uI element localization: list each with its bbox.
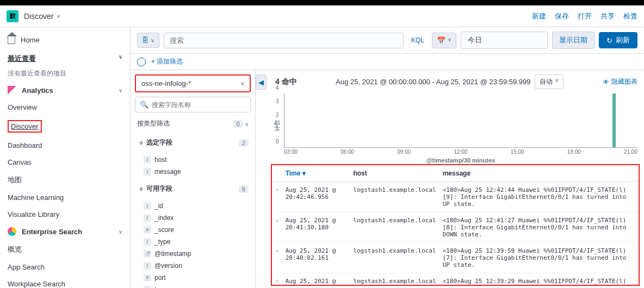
chevron-down-icon: ∨ [139,186,143,192]
cell-message: <180>Aug 25 12:39:29 Huawei %%01IFPDT/4/… [439,273,639,286]
index-pattern-select[interactable]: oss-ne-infolog-* ∨ [135,74,251,92]
app-logo[interactable]: 默 [7,10,18,22]
inspect-link[interactable]: 检查 [623,11,637,21]
add-filter-button[interactable]: + 添加筛选 [151,57,183,66]
collapse-sidebar-button[interactable]: ◀ [256,74,267,90]
field-type-icon: t [144,168,151,176]
selected-fields-header[interactable]: ∨选定字段 2 [135,132,251,154]
analytics-title: Analytics [22,86,53,95]
field-item[interactable]: tmessage [135,166,251,178]
expand-row-button[interactable]: › [272,212,282,243]
date-quick-select[interactable]: 📅 ∨ [432,33,456,48]
sidebar-item-maps[interactable]: 地图 [0,171,130,189]
chevron-down-icon: ∨ [555,77,559,86]
breadcrumb[interactable]: Discover ∨ [24,12,60,21]
sidebar-item-discover[interactable]: Discover [0,116,130,137]
cell-host: logstash1.example.local [350,212,439,243]
field-search-input[interactable] [152,101,246,109]
chart-x-label: @timestamp/30 minutes [284,156,637,165]
enterprise-title: Enterprise Search [22,228,82,236]
results-panel: 4 命中 Aug 25, 2021 @ 00:00:00.000 - Aug 2… [267,70,644,288]
cell-time: Aug 25, 2021 @ 20:42:46.956 [282,182,350,212]
cell-time: Aug 25, 2021 @ 20:40:02.161 [282,243,350,273]
top-bar: 默 Discover ∨ 新建 保存 打开 共享 检查 [0,5,644,27]
col-message[interactable]: message [439,165,639,182]
field-type-icon: ⏱ [144,250,151,258]
interval-select[interactable]: 自动∨ [535,74,564,89]
sidebar-item-ml[interactable]: Machine Learning [0,189,130,206]
home-icon [8,36,15,44]
table-row: › Aug 25, 2021 @ 20:39:32.330 logstash1.… [272,273,639,286]
results-table: Time ▾ host message › Aug 25, 2021 @ 20:… [271,164,640,286]
field-item[interactable]: #_score [135,224,251,236]
sidebar-item-app-search[interactable]: App Search [0,259,130,276]
sidebar-item-overview[interactable]: Overview [0,99,130,116]
new-link[interactable]: 新建 [532,11,546,21]
field-item[interactable]: t_type [135,236,251,248]
sidebar-section-enterprise[interactable]: Enterprise Search ∨ [0,223,130,240]
cell-host: logstash1.example.local [350,243,439,273]
query-bar: 🗄 ∨ KQL 📅 ∨ 今日 显示日期 ↻ 刷新 [131,27,644,54]
field-type-icon: # [144,226,151,234]
expand-row-button[interactable]: › [272,273,282,286]
table-row: › Aug 25, 2021 @ 20:41:30.180 logstash1.… [272,212,639,243]
field-item[interactable]: t@version [135,260,251,272]
time-range-display: Aug 25, 2021 @ 00:00:00.000 - Aug 25, 20… [336,74,564,89]
index-pattern-label: oss-ne-infolog-* [141,79,191,87]
cell-host: logstash1.example.local [350,273,439,286]
chevron-down-icon: ∨ [119,229,122,235]
field-type-icon: t [144,214,151,222]
hide-chart-button[interactable]: 👁 隐藏图表 [603,77,637,86]
recent-empty: 没有最近查看的项目 [0,66,130,82]
field-type-icon: # [144,274,151,281]
sidebar-recent-header[interactable]: 最近查看 ∨ [0,48,130,66]
nav-sidebar: Home 最近查看 ∨ 没有最近查看的项目 Analytics ∨ Overvi… [0,27,131,288]
chevron-down-icon: ∨ [57,13,60,19]
saved-query-menu[interactable]: 🗄 ∨ [137,33,159,48]
save-link[interactable]: 保存 [555,11,569,21]
sidebar-item-visualize[interactable]: Visualize Library [0,206,130,223]
refresh-button[interactable]: ↻ 刷新 [599,32,637,48]
expand-row-button[interactable]: › [272,243,282,273]
sidebar-home-label: Home [21,36,40,44]
field-item[interactable]: ⏱@timestamp [135,248,251,260]
show-dates-button[interactable]: 显示日期 [552,32,595,49]
share-link[interactable]: 共享 [600,11,615,21]
sidebar-item-canvas[interactable]: Canvas [0,154,130,171]
field-item[interactable]: ttype [135,284,251,288]
field-item[interactable]: t_id [135,200,251,212]
field-search[interactable]: 🔍 [135,97,251,112]
chevron-down-icon: ∨ [245,121,249,127]
expand-row-button[interactable]: › [272,182,282,212]
field-item[interactable]: #port [135,272,251,284]
kibana-icon [8,86,16,95]
field-item[interactable]: t_index [135,212,251,224]
chevron-down-icon: ∨ [119,87,122,93]
sidebar-section-analytics[interactable]: Analytics ∨ [0,82,130,99]
col-host[interactable]: host [350,165,439,182]
search-input[interactable] [164,33,404,48]
field-type-icon: t [144,262,151,270]
sidebar-item-es-overview[interactable]: 概览 [0,240,130,259]
chevron-down-icon: ∨ [151,37,154,43]
col-time[interactable]: Time ▾ [282,165,350,182]
field-item[interactable]: thost [135,154,251,166]
breadcrumb-title: Discover [24,12,53,21]
open-link[interactable]: 打开 [578,11,592,21]
filter-by-type[interactable]: 按类型筛选 0 ∨ [135,116,251,132]
cell-message: <180>Aug 25 12:42:44 Huawei %%01IFPDT/4/… [439,182,639,212]
field-type-icon: t [144,156,151,164]
available-fields-header[interactable]: ∨可用字段 8 [135,178,251,200]
date-range-label[interactable]: 今日 [461,32,548,49]
field-type-icon: t [144,286,151,288]
search-icon: 🔍 [140,101,148,109]
histogram-chart[interactable]: 计数 01234 03:0006:0009:0012:0015:0018:002… [269,91,644,162]
sidebar-item-workplace-search[interactable]: Workplace Search [0,276,130,288]
sidebar-item-home[interactable]: Home [0,32,130,48]
kql-toggle[interactable]: KQL [408,36,428,44]
enterprise-search-icon [8,227,16,236]
cell-message: <180>Aug 25 12:41:27 Huawei %%01IFPDT/4/… [439,212,639,243]
sidebar-item-dashboard[interactable]: Dashboard [0,137,130,154]
eye-icon: 👁 [603,78,609,86]
filter-options-icon[interactable] [137,58,146,66]
